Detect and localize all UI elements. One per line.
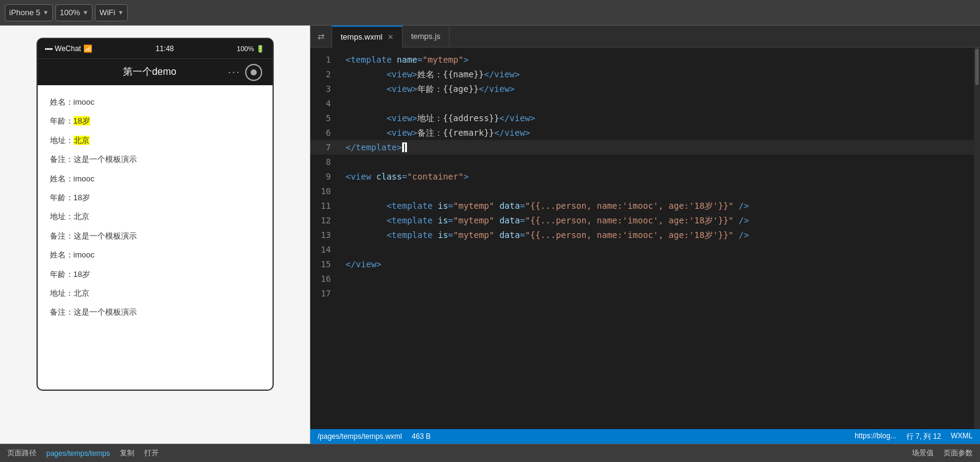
status-right-group: https://blog... 行 7, 列 12 WXML	[855, 432, 973, 442]
wechat-label: WeChat	[55, 44, 81, 53]
device-selector[interactable]: iPhone 5 ▼	[5, 4, 53, 21]
page-params[interactable]: 页面参数	[944, 448, 973, 458]
content-line-10: 年龄：18岁	[50, 267, 260, 281]
file-path: /pages/temps/temps.wxml	[318, 432, 402, 441]
tab-js-label: temps.js	[411, 32, 440, 41]
language-mode: WXML	[951, 432, 973, 442]
editor-main-row: 1 <template name="mytemp"> 2 <view>姓名：{{…	[310, 47, 980, 429]
code-line-4: 4	[310, 96, 974, 111]
content-line-5: 姓名：imooc	[50, 172, 260, 186]
content-line-1: 姓名：imooc	[50, 95, 260, 109]
split-editor-button[interactable]: ⇄	[310, 26, 332, 47]
highlight-age: 18岁	[74, 116, 90, 125]
nav-menu-dots[interactable]: ···	[228, 66, 240, 79]
tab-js[interactable]: temps.js	[403, 26, 450, 47]
code-line-16: 16	[310, 271, 974, 286]
toolbar: iPhone 5 ▼ 100% ▼ WiFi ▼	[0, 0, 980, 26]
code-line-8: 8	[310, 155, 974, 169]
code-line-3: 3 <view>年龄：{{age}}</view>	[310, 82, 974, 96]
status-right: 100% 🔋	[237, 45, 265, 53]
code-line-17: 17	[310, 286, 974, 301]
code-line-7: 7 </template>|	[310, 140, 974, 155]
tab-wxml[interactable]: temps.wxml ✕	[332, 26, 403, 47]
battery-percent: 100%	[237, 45, 254, 52]
chevron-down-icon: ▼	[117, 9, 123, 16]
content-line-8: 备注：这是一个模板演示	[50, 229, 260, 243]
phone-frame: ••••• WeChat 📶 11:48 100% 🔋 第一个demo ···	[36, 38, 274, 391]
phone-screen: ••••• WeChat 📶 11:48 100% 🔋 第一个demo ···	[36, 38, 274, 391]
code-line-15: 15 </view>	[310, 257, 974, 271]
phone-panel: ••••• WeChat 📶 11:48 100% 🔋 第一个demo ···	[0, 26, 310, 444]
phone-status-bar: ••••• WeChat 📶 11:48 100% 🔋	[38, 39, 273, 58]
zoom-selector[interactable]: 100% ▼	[55, 4, 92, 21]
path-bar: 页面路径 pages/temps/temps 复制 打开 场景值 页面参数	[0, 444, 980, 462]
content-line-11: 地址：北京	[50, 286, 260, 300]
chevron-down-icon: ▼	[82, 9, 88, 16]
code-line-11: 11 <template is="mytemp" data="{{...pers…	[310, 198, 974, 213]
cursor-position: 行 7, 列 12	[906, 432, 941, 442]
phone-nav-bar: 第一个demo ···	[38, 58, 273, 85]
device-label: iPhone 5	[9, 8, 40, 17]
highlight-address: 北京	[74, 136, 89, 145]
code-line-13: 13 <template is="mytemp" data="{{...pers…	[310, 228, 974, 242]
status-time: 11:48	[156, 44, 174, 53]
editor-status-bar: /pages/temps/temps.wxml 463 B https://bl…	[310, 429, 980, 444]
network-label: WiFi	[99, 8, 115, 17]
status-left: ••••• WeChat 📶	[45, 44, 93, 53]
nav-title: 第一个demo	[123, 66, 176, 79]
content-line-6: 年龄：18岁	[50, 191, 260, 205]
editor-panel: ⇄ temps.wxml ✕ temps.js 1 <template name…	[310, 26, 980, 444]
signal-dots: •••••	[45, 46, 53, 52]
copy-button[interactable]: 复制	[120, 448, 134, 458]
content-line-4: 备注：这是一个模板演示	[50, 152, 260, 166]
code-line-10: 10	[310, 184, 974, 198]
code-line-1: 1 <template name="mytemp">	[310, 52, 974, 67]
tab-wxml-label: temps.wxml	[341, 32, 383, 41]
code-line-12: 12 <template is="mytemp" data="{{...pers…	[310, 213, 974, 228]
record-inner	[251, 69, 257, 75]
status-left-group: /pages/temps/temps.wxml 463 B	[318, 432, 431, 441]
path-value[interactable]: pages/temps/temps	[46, 449, 110, 458]
content-line-3: 地址：北京	[50, 133, 260, 147]
scene-value[interactable]: 场景值	[912, 448, 934, 458]
wifi-icon: 📶	[83, 44, 92, 53]
battery-icon: 🔋	[256, 45, 265, 53]
file-size: 463 B	[412, 432, 431, 441]
code-line-6: 6 <view>备注：{{remark}}</view>	[310, 125, 974, 140]
code-editor[interactable]: 1 <template name="mytemp"> 2 <view>姓名：{{…	[310, 47, 974, 429]
editor-tabs: ⇄ temps.wxml ✕ temps.js	[310, 26, 980, 47]
code-line-9: 9 <view class="container">	[310, 169, 974, 184]
content-line-12: 备注：这是一个模板演示	[50, 305, 260, 319]
network-selector[interactable]: WiFi ▼	[95, 4, 128, 21]
content-line-9: 姓名：imooc	[50, 248, 260, 262]
code-line-5: 5 <view>地址：{{address}}</view>	[310, 111, 974, 125]
content-line-2: 年龄：18岁	[50, 114, 260, 128]
code-line-14: 14	[310, 242, 974, 257]
nav-record-button[interactable]	[245, 64, 262, 81]
open-button[interactable]: 打开	[144, 448, 159, 458]
content-line-7: 地址：北京	[50, 209, 260, 223]
code-line-2: 2 <view>姓名：{{name}}</view>	[310, 67, 974, 82]
phone-content: 姓名：imooc 年龄：18岁 地址：北京 备注：这是一个模板演示 姓名：imo…	[38, 85, 273, 390]
close-wxml-tab[interactable]: ✕	[387, 33, 394, 41]
chevron-down-icon: ▼	[43, 9, 49, 16]
zoom-label: 100%	[60, 8, 80, 17]
scrollbar-thumb[interactable]	[975, 49, 979, 85]
editor-scrollbar[interactable]	[974, 47, 980, 429]
path-label: 页面路径	[7, 448, 36, 458]
main-content: ••••• WeChat 📶 11:48 100% 🔋 第一个demo ···	[0, 26, 980, 444]
url-hint: https://blog...	[855, 432, 897, 442]
